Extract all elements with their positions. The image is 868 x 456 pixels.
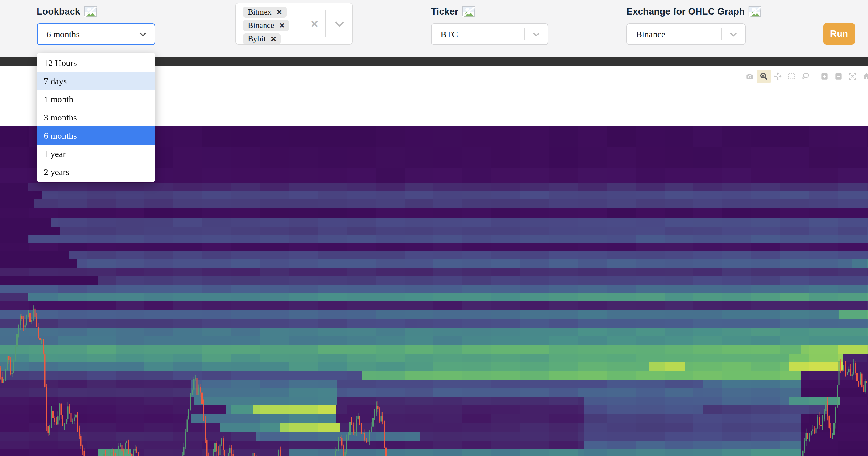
download-plot-camera-icon[interactable] bbox=[743, 70, 756, 83]
ticker-label-text: Ticker bbox=[431, 6, 458, 17]
chevron-down-icon[interactable] bbox=[525, 30, 548, 39]
reset-axes-home-icon[interactable] bbox=[859, 70, 868, 83]
exchange-tag-binance: Binance✕ bbox=[243, 20, 289, 31]
zoom-out-icon[interactable] bbox=[831, 70, 845, 83]
lookback-option-6-months[interactable]: 6 months bbox=[37, 126, 155, 145]
ohlc-exchange-select-value: Binance bbox=[627, 29, 721, 39]
plotly-modebar bbox=[743, 70, 868, 83]
ticker-select-value: BTC bbox=[432, 29, 524, 39]
control-bar: Lookback 6 months 12 Hours7 days1 month3… bbox=[0, 0, 868, 57]
chevron-down-icon[interactable] bbox=[334, 18, 345, 30]
ohlc-exchange-label: Exchange for OHLC Graph bbox=[626, 6, 762, 17]
run-button[interactable]: Run bbox=[823, 23, 855, 45]
exchange-tag-bybit: Bybit✕ bbox=[243, 33, 281, 45]
clear-all-icon[interactable]: ✕ bbox=[310, 18, 319, 30]
lookback-option-12-hours[interactable]: 12 Hours bbox=[37, 54, 155, 72]
lookback-label-text: Lookback bbox=[37, 6, 80, 17]
lookback-option-3-months[interactable]: 3 months bbox=[37, 108, 155, 126]
remove-tag-icon[interactable]: ✕ bbox=[271, 35, 276, 43]
exchange-tags: Bitmex✕Binance✕Bybit✕ bbox=[243, 6, 289, 45]
lookback-option-1-month[interactable]: 1 month bbox=[37, 90, 155, 108]
zoom-in-icon[interactable] bbox=[817, 70, 831, 83]
lookback-select-value: 6 months bbox=[37, 29, 131, 39]
exchange-tag-label: Bitmex bbox=[248, 7, 272, 17]
ohlc-exchange-select[interactable]: Binance bbox=[626, 23, 746, 45]
chevron-down-icon[interactable] bbox=[722, 30, 745, 39]
lookback-option-2-years[interactable]: 2 years bbox=[37, 163, 155, 181]
pan-icon[interactable] bbox=[771, 70, 784, 83]
exchange-tag-label: Bybit bbox=[248, 34, 266, 44]
lookback-select[interactable]: 6 months bbox=[37, 23, 155, 45]
lookback-label: Lookback bbox=[37, 6, 97, 17]
autoscale-icon[interactable] bbox=[845, 70, 859, 83]
lookback-options-panel: 12 Hours7 days1 month3 months6 months1 y… bbox=[37, 53, 155, 182]
remove-tag-icon[interactable]: ✕ bbox=[279, 22, 285, 30]
select-separator bbox=[325, 10, 326, 37]
broken-image-icon bbox=[462, 6, 475, 17]
ticker-select[interactable]: BTC bbox=[431, 23, 548, 45]
lookback-option-1-year[interactable]: 1 year bbox=[37, 145, 155, 163]
exchange-tag-bitmex: Bitmex✕ bbox=[243, 6, 286, 18]
chevron-down-icon[interactable] bbox=[131, 30, 155, 39]
ticker-label: Ticker bbox=[431, 6, 475, 17]
zoom-icon[interactable] bbox=[756, 70, 771, 83]
lookback-option-7-days[interactable]: 7 days bbox=[37, 72, 155, 90]
exchanges-multiselect[interactable]: Bitmex✕Binance✕Bybit✕ ✕ bbox=[235, 3, 353, 45]
broken-image-icon bbox=[748, 6, 762, 17]
box-select-icon[interactable] bbox=[784, 70, 799, 83]
lasso-select-icon[interactable] bbox=[799, 70, 813, 83]
exchange-tag-label: Binance bbox=[248, 21, 274, 30]
ohlc-exchange-label-text: Exchange for OHLC Graph bbox=[626, 6, 745, 17]
remove-tag-icon[interactable]: ✕ bbox=[276, 8, 282, 17]
broken-image-icon bbox=[84, 6, 97, 17]
